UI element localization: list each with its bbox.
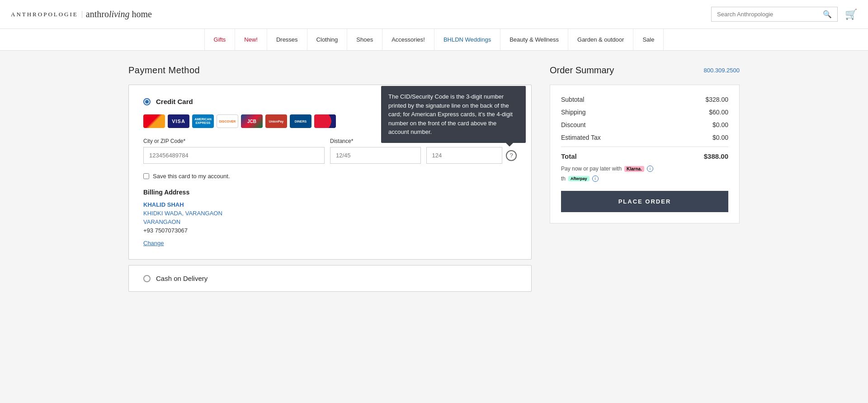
cvv-help-container: ? The CID/Security Code is the 3-digit n… [506, 150, 517, 161]
nav-item-accessories[interactable]: Accessories! [382, 29, 434, 50]
jcb-logo: JCB [241, 114, 263, 128]
discount-value: $0.00 [712, 121, 728, 128]
nav-item-bhldn[interactable]: BHLDN Weddings [434, 29, 500, 50]
afterpay-prefix: th [561, 175, 566, 182]
afterpay-badge: Afterpay [568, 176, 590, 181]
payment-section-title: Payment Method [128, 65, 532, 76]
order-summary-section: Order Summary 800.309.2500 Subtotal $328… [550, 65, 740, 292]
cash-on-delivery-panel: Cash on Delivery [128, 265, 532, 292]
billing-address-section: Billing Address KHALID SHAH KHIDKI WADA,… [143, 189, 517, 247]
nav-item-garden[interactable]: Garden & outdoor [568, 29, 633, 50]
credit-card-radio[interactable] [143, 98, 151, 105]
billing-name: KHALID SHAH [143, 201, 517, 208]
billing-address-line1: KHIDKI WADA, VARANGAON [143, 210, 517, 217]
nav-item-new[interactable]: New! [235, 29, 267, 50]
shipping-label: Shipping [561, 109, 586, 116]
afterpay-info-icon[interactable]: i [592, 175, 599, 182]
total-value: $388.00 [704, 152, 728, 160]
header-search-area: 🔍 🛒 [711, 7, 857, 22]
support-phone[interactable]: 800.309.2500 [703, 67, 740, 74]
place-order-button[interactable]: PLACE ORDER [561, 191, 728, 212]
subtotal-label: Subtotal [561, 96, 584, 103]
cash-on-delivery-label: Cash on Delivery [156, 275, 208, 282]
cash-on-delivery-radio[interactable] [143, 275, 151, 282]
nav-item-beauty[interactable]: Beauty & Wellness [500, 29, 568, 50]
tax-value: $0.00 [712, 134, 728, 141]
logo-anthro-living[interactable]: anthroliving home [86, 9, 152, 19]
logo-anthropologie[interactable]: ANTHROPOLOGIE [11, 11, 82, 18]
change-billing-address-button[interactable]: Change [143, 240, 164, 247]
cvv-input[interactable] [426, 147, 503, 164]
payment-section: Payment Method Credit Card VISA AMERICAN… [128, 65, 532, 292]
shipping-row: Shipping $60.00 [561, 109, 728, 116]
cvv-field-wrap: ? The CID/Security Code is the 3-digit n… [426, 147, 517, 164]
klarna-row: Pay now or pay later with Klarna. i [561, 166, 728, 172]
subtotal-value: $328.00 [705, 96, 728, 103]
save-card-row: Save this card to my account. [143, 173, 517, 180]
amex-logo: AMERICANEXPRESS [192, 114, 214, 128]
unionpay-logo: UnionPay [265, 114, 287, 128]
billing-title: Billing Address [143, 189, 517, 196]
tax-label: Estimated Tax [561, 134, 601, 141]
nav-item-gifts[interactable]: Gifts [204, 29, 236, 50]
credit-card-label: Credit Card [156, 98, 193, 105]
logo-area: ANTHROPOLOGIE anthroliving home [11, 9, 152, 19]
expiry-input[interactable] [330, 147, 421, 164]
diners-logo: DINERS [290, 114, 311, 128]
mastercard-logo [143, 114, 165, 128]
tooltip-arrow [506, 143, 513, 147]
klarna-info-icon[interactable]: i [647, 166, 653, 172]
maestro-logo [314, 114, 336, 128]
visa-logo: VISA [168, 114, 189, 128]
klarna-text: Pay now or pay later with [561, 166, 622, 172]
summary-box: Subtotal $328.00 Shipping $60.00 Discoun… [550, 85, 740, 223]
discount-row: Discount $0.00 [561, 121, 728, 128]
cvv-tooltip: The CID/Security Code is the 3-digit num… [381, 86, 526, 143]
shipping-value: $60.00 [709, 109, 728, 116]
afterpay-row: th Afterpay i [561, 175, 728, 182]
save-card-checkbox[interactable] [143, 173, 149, 179]
subtotal-row: Subtotal $328.00 [561, 96, 728, 103]
discount-label: Discount [561, 121, 585, 128]
credit-card-panel: Credit Card VISA AMERICANEXPRESS DISCOVE… [128, 85, 532, 260]
search-input[interactable] [717, 11, 823, 18]
billing-phone: +93 7507073067 [143, 227, 517, 234]
total-label: Total [561, 152, 577, 160]
main-content: Payment Method Credit Card VISA AMERICAN… [118, 51, 750, 306]
discover-logo: DISCOVER [217, 114, 238, 128]
cart-icon[interactable]: 🛒 [845, 9, 857, 20]
order-summary-title: Order Summary [550, 65, 614, 76]
klarna-badge: Klarna. [624, 166, 644, 172]
card-number-label: City or ZIP Code* [143, 138, 185, 144]
card-number-field-wrap [143, 147, 325, 164]
card-number-input[interactable] [143, 147, 325, 164]
header: ANTHROPOLOGIE anthroliving home 🔍 🛒 [0, 0, 868, 29]
search-icon[interactable]: 🔍 [823, 10, 832, 19]
order-summary-header: Order Summary 800.309.2500 [550, 65, 740, 76]
nav-item-clothing[interactable]: Clothing [307, 29, 348, 50]
cvv-help-icon[interactable]: ? [506, 150, 517, 161]
save-card-label: Save this card to my account. [153, 173, 230, 180]
main-nav: Gifts New! Dresses Clothing Shoes Access… [0, 29, 868, 51]
search-bar[interactable]: 🔍 [711, 7, 838, 22]
billing-address-line2: VARANGAON [143, 218, 517, 225]
nav-item-dresses[interactable]: Dresses [267, 29, 307, 50]
total-row: Total $388.00 [561, 147, 728, 160]
card-number-label-area: City or ZIP Code* [143, 137, 325, 144]
expiry-label: Distance* [330, 138, 353, 144]
nav-item-shoes[interactable]: Shoes [347, 29, 382, 50]
tax-row: Estimated Tax $0.00 [561, 134, 728, 141]
expiry-field-wrap [330, 147, 421, 164]
nav-item-sale[interactable]: Sale [633, 29, 664, 50]
